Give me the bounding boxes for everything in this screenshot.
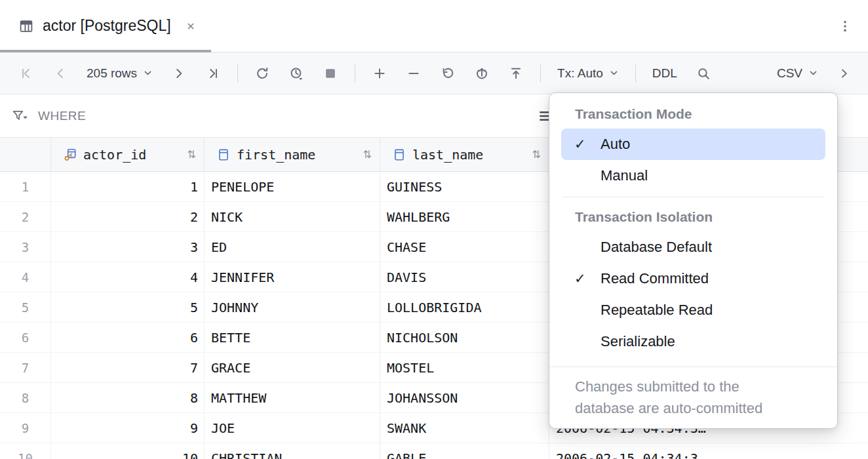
cell-last-name[interactable]: JOHANSSON bbox=[380, 383, 549, 413]
toolbar-separator bbox=[540, 64, 541, 83]
stop-icon[interactable] bbox=[317, 60, 344, 87]
sort-updown-icon[interactable]: ⇅ bbox=[532, 148, 542, 161]
column-header-label: last_name bbox=[412, 147, 483, 163]
tx-mode-label: Tx: Auto bbox=[557, 66, 603, 81]
cell-last-name[interactable]: SWANK bbox=[380, 413, 549, 443]
primary-key-icon bbox=[63, 148, 77, 162]
popup-menu-item[interactable]: ✓ Auto bbox=[561, 129, 825, 160]
checkmark-icon: ✓ bbox=[574, 271, 594, 287]
table-row[interactable]: 10 10 CHRISTIAN GABLE 2006-02-15 04:34:3… bbox=[0, 443, 868, 459]
row-number: 7 bbox=[0, 353, 51, 383]
search-icon[interactable] bbox=[690, 60, 717, 87]
cell-last-name[interactable]: NICHOLSON bbox=[380, 323, 549, 353]
cell-first-name[interactable]: NICK bbox=[205, 202, 380, 232]
cell-actor-id[interactable]: 8 bbox=[51, 383, 205, 413]
cell-first-name[interactable]: PENELOPE bbox=[205, 172, 380, 202]
tx-popup-sections: Transaction Mode ✓ Auto Manual Transacti… bbox=[549, 100, 837, 357]
popup-menu-item[interactable]: Serializable bbox=[561, 326, 825, 357]
popup-footer-text: Changes submitted to the database are au… bbox=[575, 376, 791, 419]
data-editor-toolbar: 205 rows bbox=[0, 52, 868, 94]
page-size-dropdown[interactable]: 205 rows bbox=[81, 60, 158, 87]
popup-menu-item[interactable]: ✓ Read Committed bbox=[561, 263, 825, 294]
popup-menu-item[interactable]: Repeatable Read bbox=[561, 294, 825, 326]
popup-menu-item[interactable]: Database Default bbox=[561, 231, 825, 263]
cell-first-name[interactable]: MATTHEW bbox=[205, 383, 380, 413]
previous-page-button[interactable] bbox=[47, 60, 73, 87]
cell-last-name[interactable]: GABLE bbox=[380, 443, 549, 459]
popup-menu-item[interactable]: Manual bbox=[561, 160, 825, 191]
cell-last-name[interactable]: LOLLOBRIGIDA bbox=[380, 292, 549, 323]
cell-first-name[interactable]: CHRISTIAN bbox=[205, 443, 380, 459]
cell-first-name[interactable]: GRACE bbox=[205, 353, 380, 383]
last-page-button[interactable] bbox=[200, 60, 226, 87]
first-page-button[interactable] bbox=[13, 60, 39, 87]
cell-actor-id[interactable]: 6 bbox=[51, 323, 205, 353]
column-header-actor-id[interactable]: actor_id ⇅ bbox=[51, 138, 205, 171]
delete-row-icon[interactable] bbox=[401, 60, 427, 87]
column-icon bbox=[392, 148, 406, 162]
cell-first-name[interactable]: ED bbox=[205, 232, 380, 262]
table-tab-icon bbox=[18, 18, 34, 34]
popup-item-label: Repeatable Read bbox=[601, 302, 713, 319]
cell-last-name[interactable]: MOSTEL bbox=[380, 353, 549, 383]
active-tab-underline bbox=[0, 50, 211, 52]
column-header-last-name[interactable]: last_name ⇅ bbox=[380, 138, 549, 171]
next-page-button[interactable] bbox=[166, 60, 192, 87]
push-icon[interactable] bbox=[503, 60, 529, 87]
cell-first-name[interactable]: JOHNNY bbox=[205, 292, 380, 323]
cell-last-update[interactable]: 2006-02-15 04:34:3… bbox=[549, 443, 868, 459]
cell-last-name[interactable]: WAHLBERG bbox=[380, 202, 549, 232]
toolbar-separator bbox=[635, 64, 636, 83]
ddl-label: DDL bbox=[652, 66, 677, 81]
where-clause-input[interactable]: WHERE bbox=[38, 109, 86, 123]
sort-updown-icon[interactable]: ⇅ bbox=[363, 148, 373, 161]
page-size-label: 205 rows bbox=[87, 66, 137, 81]
cell-actor-id[interactable]: 7 bbox=[51, 353, 205, 383]
add-row-icon[interactable] bbox=[366, 60, 393, 87]
row-number: 8 bbox=[0, 383, 51, 413]
column-header-first-name[interactable]: first_name ⇅ bbox=[205, 138, 380, 171]
ddl-button[interactable]: DDL bbox=[647, 60, 682, 87]
row-number: 9 bbox=[0, 413, 51, 443]
filter-funnel-icon[interactable] bbox=[12, 109, 29, 123]
refresh-icon[interactable] bbox=[249, 60, 275, 87]
cell-last-name[interactable]: DAVIS bbox=[380, 262, 549, 292]
kebab-menu-icon[interactable] bbox=[838, 19, 852, 33]
checkmark-icon: ✓ bbox=[574, 136, 594, 152]
tx-mode-dropdown-button[interactable]: Tx: Auto bbox=[552, 60, 624, 87]
rollback-icon[interactable] bbox=[435, 60, 461, 87]
cell-actor-id[interactable]: 3 bbox=[51, 232, 205, 262]
cell-last-name[interactable]: CHASE bbox=[380, 232, 549, 262]
export-format-dropdown[interactable]: CSV bbox=[772, 60, 823, 87]
popup-separator bbox=[562, 197, 824, 197]
tab-actor-postgresql[interactable]: actor [PostgreSQL] bbox=[0, 0, 211, 52]
row-number: 10 bbox=[0, 443, 51, 459]
row-number: 2 bbox=[0, 202, 51, 232]
cell-first-name[interactable]: JENNIFER bbox=[205, 262, 380, 292]
submit-icon[interactable] bbox=[469, 60, 495, 87]
close-tab-icon[interactable] bbox=[185, 20, 197, 32]
cell-first-name[interactable]: JOE bbox=[205, 413, 380, 443]
schedule-clock-icon[interactable] bbox=[283, 60, 309, 87]
cell-actor-id[interactable]: 2 bbox=[51, 202, 205, 232]
row-number: 1 bbox=[0, 172, 51, 202]
cell-actor-id[interactable]: 5 bbox=[51, 292, 205, 323]
cell-actor-id[interactable]: 1 bbox=[51, 172, 205, 202]
cell-last-name[interactable]: GUINESS bbox=[380, 172, 549, 202]
column-header-label: actor_id bbox=[83, 147, 146, 163]
toolbar-separator bbox=[355, 64, 355, 83]
popup-item-label: Read Committed bbox=[601, 270, 709, 287]
cell-actor-id[interactable]: 4 bbox=[51, 262, 205, 292]
more-toolbar-chevron-icon[interactable] bbox=[831, 60, 858, 87]
export-format-label: CSV bbox=[777, 66, 802, 81]
chevron-down-icon bbox=[609, 68, 619, 78]
cell-actor-id[interactable]: 9 bbox=[51, 413, 205, 443]
column-header-label: first_name bbox=[237, 147, 315, 163]
cell-actor-id[interactable]: 10 bbox=[51, 443, 205, 459]
popup-item-label: Manual bbox=[601, 167, 648, 184]
column-icon bbox=[216, 148, 231, 162]
cell-first-name[interactable]: BETTE bbox=[205, 323, 380, 353]
popup-item-label: Database Default bbox=[601, 239, 712, 256]
sort-updown-icon[interactable]: ⇅ bbox=[187, 148, 197, 161]
popup-item-label: Auto bbox=[601, 136, 630, 153]
